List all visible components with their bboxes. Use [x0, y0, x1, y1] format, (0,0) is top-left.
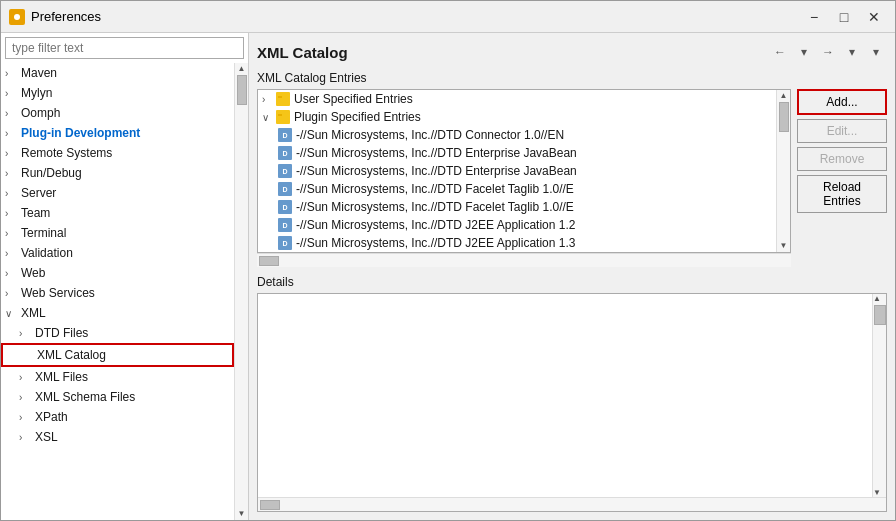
sidebar-item-dtd-files[interactable]: › DTD Files — [1, 323, 234, 343]
arrow-icon: › — [5, 68, 19, 79]
menu-dropdown-button[interactable]: ▾ — [865, 41, 887, 63]
forward-button[interactable]: → — [817, 41, 839, 63]
sidebar-item-web-services[interactable]: › Web Services — [1, 283, 234, 303]
list-item[interactable]: D -//Sun Microsystems, Inc.//DTD Connect… — [258, 126, 776, 144]
catalog-vscrollbar[interactable]: ▲ ▼ — [776, 90, 790, 252]
arrow-icon: › — [5, 168, 19, 179]
list-item[interactable]: D -//Sun Microsystems, Inc.//DTD Facelet… — [258, 198, 776, 216]
hscroll-thumb[interactable] — [260, 500, 280, 510]
sidebar-item-label: Maven — [19, 65, 230, 81]
scroll-down-icon[interactable]: ▼ — [238, 510, 246, 518]
list-item[interactable]: D -//Sun Microsystems, Inc.//DTD Enterpr… — [258, 144, 776, 162]
sidebar-item-remote-systems[interactable]: › Remote Systems — [1, 143, 234, 163]
title-bar: Preferences − □ ✕ — [1, 1, 895, 33]
catalog-list-wrapper: › User Specified Entries ∨ — [257, 89, 791, 253]
sidebar-item-label: Web — [19, 265, 230, 281]
list-item[interactable]: › User Specified Entries — [258, 90, 776, 108]
sidebar-item-label: Plug-in Development — [19, 125, 230, 141]
catalog-item-label: User Specified Entries — [294, 92, 413, 106]
back-dropdown-button[interactable]: ▾ — [793, 41, 815, 63]
left-panel: › Maven › Mylyn › Oomph › Plug-in Develo… — [1, 33, 249, 520]
scroll-thumb[interactable] — [874, 305, 886, 325]
sidebar-item-xpath[interactable]: › XPath — [1, 407, 234, 427]
sidebar-item-xml-catalog[interactable]: XML Catalog — [1, 343, 234, 367]
close-button[interactable]: ✕ — [861, 7, 887, 27]
folder-icon — [276, 110, 290, 124]
catalog-item-label: -//Sun Microsystems, Inc.//DTD J2EE Appl… — [296, 218, 575, 232]
reload-entries-button[interactable]: Reload Entries — [797, 175, 887, 213]
sidebar-item-label: Terminal — [19, 225, 230, 241]
list-item[interactable]: D -//Sun Microsystems, Inc.//DTD J2EE Ap… — [258, 234, 776, 252]
details-content — [258, 294, 872, 497]
catalog-hscrollbar[interactable] — [257, 253, 791, 267]
scroll-up-icon[interactable]: ▲ — [873, 294, 886, 303]
sidebar-item-label: XPath — [33, 409, 230, 425]
sidebar-item-validation[interactable]: › Validation — [1, 243, 234, 263]
arrow-icon: ∨ — [262, 112, 276, 123]
scroll-track — [873, 327, 886, 488]
doc-icon: D — [278, 182, 292, 196]
arrow-icon: › — [19, 372, 33, 383]
sidebar-item-oomph[interactable]: › Oomph — [1, 103, 234, 123]
arrow-icon: › — [262, 94, 276, 105]
right-panel: XML Catalog ← ▾ → ▾ ▾ XML Catalog Entrie… — [249, 33, 895, 520]
minimize-button[interactable]: − — [801, 7, 827, 27]
sidebar-item-xml[interactable]: ∨ XML — [1, 303, 234, 323]
details-vscrollbar[interactable]: ▲ ▼ — [872, 294, 886, 497]
sidebar-item-xml-files[interactable]: › XML Files — [1, 367, 234, 387]
list-item[interactable]: D -//Sun Microsystems, Inc.//DTD J2EE Ap… — [258, 216, 776, 234]
arrow-icon: › — [5, 88, 19, 99]
scroll-down-icon[interactable]: ▼ — [873, 488, 886, 497]
list-item[interactable]: D -//Sun Microsystems, Inc.//DTD Facelet… — [258, 180, 776, 198]
scroll-thumb[interactable] — [779, 102, 789, 132]
catalog-buttons: Add... Edit... Remove Reload Entries — [797, 89, 887, 267]
sidebar-item-label: Web Services — [19, 285, 230, 301]
page-title: XML Catalog — [257, 44, 348, 61]
catalog-area: › User Specified Entries ∨ — [257, 89, 887, 267]
doc-icon: D — [278, 164, 292, 178]
catalog-section-label: XML Catalog Entries — [257, 71, 887, 85]
sidebar-item-mylyn[interactable]: › Mylyn — [1, 83, 234, 103]
sidebar-item-label: Run/Debug — [19, 165, 230, 181]
doc-icon: D — [278, 200, 292, 214]
scroll-thumb[interactable] — [237, 75, 247, 105]
catalog-item-label: -//Sun Microsystems, Inc.//DTD Enterpris… — [296, 146, 577, 160]
hscroll-thumb[interactable] — [259, 256, 279, 266]
sidebar-item-team[interactable]: › Team — [1, 203, 234, 223]
right-header: XML Catalog ← ▾ → ▾ ▾ — [257, 41, 887, 63]
folder-icon — [276, 92, 290, 106]
sidebar-item-run-debug[interactable]: › Run/Debug — [1, 163, 234, 183]
maximize-button[interactable]: □ — [831, 7, 857, 27]
remove-button[interactable]: Remove — [797, 147, 887, 171]
catalog-item-label: -//Sun Microsystems, Inc.//DTD Enterpris… — [296, 164, 577, 178]
sidebar-item-plugin-dev[interactable]: › Plug-in Development — [1, 123, 234, 143]
sidebar-item-maven[interactable]: › Maven — [1, 63, 234, 83]
sidebar-item-terminal[interactable]: › Terminal — [1, 223, 234, 243]
sidebar-item-label: XML Catalog — [35, 347, 228, 363]
list-item[interactable]: D -//Sun Microsystems, Inc.//DTD Enterpr… — [258, 162, 776, 180]
scroll-down-icon[interactable]: ▼ — [780, 242, 788, 250]
list-item[interactable]: ∨ Plugin Specified Entries — [258, 108, 776, 126]
main-content: › Maven › Mylyn › Oomph › Plug-in Develo… — [1, 33, 895, 520]
back-button[interactable]: ← — [769, 41, 791, 63]
arrow-icon: › — [19, 392, 33, 403]
arrow-icon: › — [5, 108, 19, 119]
edit-button[interactable]: Edit... — [797, 119, 887, 143]
sidebar-item-server[interactable]: › Server — [1, 183, 234, 203]
preferences-window: Preferences − □ ✕ › Maven › Mylyn — [0, 0, 896, 521]
forward-dropdown-button[interactable]: ▾ — [841, 41, 863, 63]
add-button[interactable]: Add... — [797, 89, 887, 115]
arrow-icon: › — [5, 128, 19, 139]
sidebar-item-xml-schema-files[interactable]: › XML Schema Files — [1, 387, 234, 407]
sidebar-item-web[interactable]: › Web — [1, 263, 234, 283]
scroll-up-icon[interactable]: ▲ — [780, 92, 788, 100]
arrow-icon: › — [5, 288, 19, 299]
left-panel-scrollbar[interactable]: ▲ ▼ — [234, 63, 248, 520]
details-hscrollbar[interactable] — [258, 497, 886, 511]
nav-scroll-area: › Maven › Mylyn › Oomph › Plug-in Develo… — [1, 63, 248, 520]
scroll-up-icon[interactable]: ▲ — [238, 65, 246, 73]
window-controls: − □ ✕ — [801, 7, 887, 27]
sidebar-item-xsl[interactable]: › XSL — [1, 427, 234, 447]
svg-rect-3 — [278, 96, 282, 98]
filter-input[interactable] — [5, 37, 244, 59]
